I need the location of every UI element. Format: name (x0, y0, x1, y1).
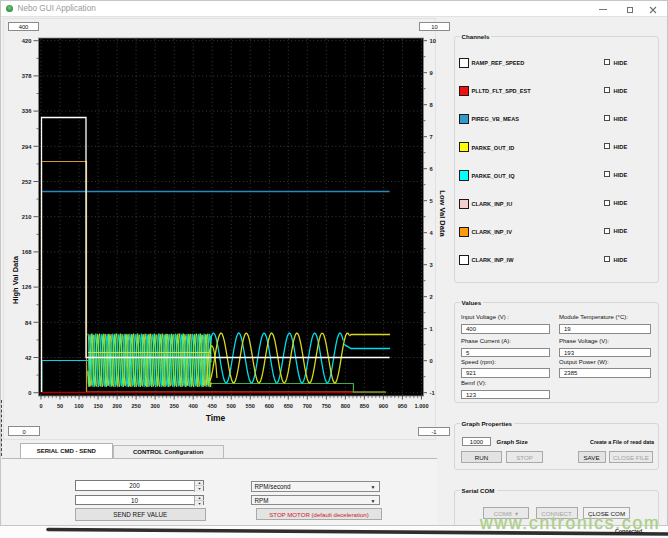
svg-text:42: 42 (25, 355, 31, 361)
svg-text:4: 4 (430, 230, 434, 236)
svg-text:500: 500 (227, 403, 236, 409)
svg-text:84: 84 (25, 320, 32, 326)
svg-text:900: 900 (379, 403, 388, 409)
svg-text:2: 2 (430, 294, 433, 300)
svg-text:550: 550 (246, 403, 255, 409)
svg-text:Low Val Data: Low Val Data (438, 190, 447, 237)
svg-text:126: 126 (22, 284, 32, 290)
svg-text:150: 150 (93, 403, 102, 409)
svg-text:7: 7 (430, 134, 433, 140)
svg-text:420: 420 (22, 38, 32, 44)
svg-text:6: 6 (430, 166, 434, 172)
svg-text:378: 378 (22, 73, 32, 79)
svg-text:800: 800 (341, 403, 350, 409)
svg-text:10: 10 (430, 38, 436, 44)
svg-text:200: 200 (112, 403, 121, 409)
svg-text:1: 1 (430, 326, 434, 332)
svg-text:450: 450 (208, 403, 217, 409)
svg-text:250: 250 (131, 403, 140, 409)
svg-text:600: 600 (265, 403, 274, 409)
svg-text:-1: -1 (430, 390, 436, 396)
svg-text:300: 300 (150, 403, 159, 409)
svg-text:700: 700 (303, 403, 312, 409)
svg-text:210: 210 (22, 214, 32, 220)
svg-text:Time: Time (206, 413, 226, 423)
svg-text:650: 650 (284, 403, 293, 409)
svg-text:50: 50 (57, 403, 63, 409)
svg-text:336: 336 (22, 108, 32, 114)
svg-text:0: 0 (28, 390, 31, 396)
svg-text:High Val Data: High Val Data (11, 255, 20, 304)
svg-text:1.000: 1.000 (415, 403, 429, 409)
svg-text:9: 9 (430, 70, 434, 76)
svg-text:750: 750 (322, 403, 331, 409)
svg-text:0: 0 (39, 403, 42, 409)
svg-text:950: 950 (398, 403, 407, 409)
svg-text:294: 294 (22, 144, 32, 150)
svg-text:400: 400 (189, 403, 198, 409)
svg-text:5: 5 (430, 198, 434, 204)
svg-text:850: 850 (360, 403, 369, 409)
svg-text:3: 3 (430, 262, 434, 268)
svg-text:8: 8 (430, 102, 434, 108)
svg-text:252: 252 (22, 179, 32, 185)
svg-text:168: 168 (22, 249, 32, 255)
svg-text:0: 0 (430, 358, 433, 364)
svg-text:350: 350 (170, 403, 179, 409)
svg-text:100: 100 (74, 403, 83, 409)
